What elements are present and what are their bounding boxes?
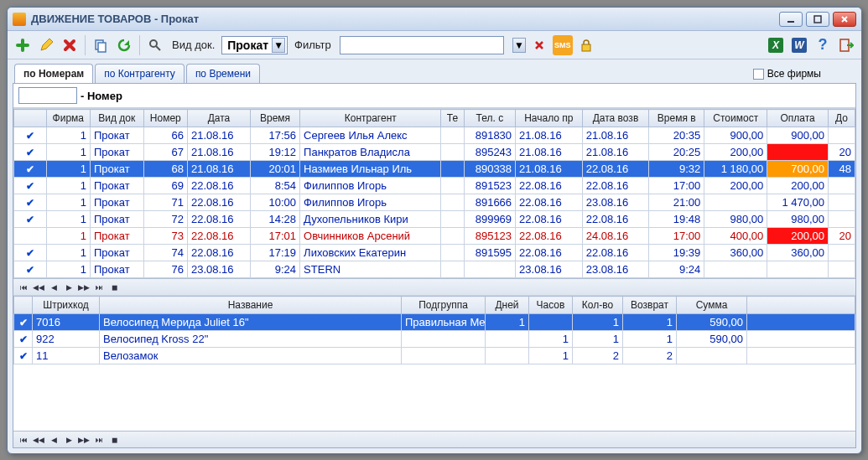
col2-days[interactable]: Дней [486,297,529,314]
col-te[interactable]: Те [441,110,464,127]
table-row[interactable]: ✔ 1Прокат68 21.08.1620:01Назмиев Ильнар … [14,161,855,178]
col-data[interactable]: Дата [187,110,250,127]
col2-c0[interactable] [14,297,33,314]
titlebar: ДВИЖЕНИЕ ТОВАРОВ - Прокат [8,8,861,31]
filter-input[interactable] [340,36,504,54]
tab-by-time[interactable]: по Времени [186,64,260,83]
col2-name[interactable]: Название [100,297,402,314]
excel-button[interactable]: X [766,35,786,55]
number-input[interactable] [18,87,77,104]
table-row[interactable]: ✔ 1Прокат71 22.08.1610:00Филиппов Игорь … [14,194,855,211]
col-opl[interactable]: Оплата [767,110,829,127]
main-grid[interactable]: ФирмаВид докНомерДатаВремяКонтрагентТеТе… [13,108,855,278]
col-firma[interactable]: Фирма [46,110,90,127]
col2-hours[interactable]: Часов [529,297,573,314]
col-kontr[interactable]: Контрагент [300,110,441,127]
search-button[interactable] [145,35,165,55]
lock-button[interactable] [576,35,596,55]
main-window: ДВИЖЕНИЕ ТОВАРОВ - Прокат Вид док. Прока… [7,7,862,454]
nav2-prev-page[interactable]: ◀◀ [32,434,45,446]
delete-button[interactable] [60,35,80,55]
svg-text:X: X [772,39,780,51]
svg-text:W: W [794,39,805,51]
help-button[interactable]: ? [813,35,833,55]
nav-stop[interactable]: ◼ [107,282,121,293]
doc-type-label: Вид док. [172,39,215,51]
nav2-next-page[interactable]: ▶▶ [77,434,91,446]
svg-rect-1 [814,16,821,23]
tab-by-numbers[interactable]: по Номерам [14,64,93,83]
tabs: по Номерам по Контрагенту по Времени Все… [8,59,861,83]
maximize-button[interactable] [806,12,829,27]
nav2-prev[interactable]: ◀ [47,434,60,446]
col2-ret[interactable]: Возврат [623,297,677,314]
all-firms-checkbox[interactable]: Все фирмы [753,68,821,80]
col-nach[interactable]: Начало пр [516,110,583,127]
table-row[interactable]: ✔ 1Прокат74 22.08.1617:19Лиховских Екате… [14,245,855,261]
col-vvozv[interactable]: Время в [649,110,704,127]
col-dol[interactable]: До [829,110,855,127]
col-c0[interactable] [14,110,47,127]
col2-sum[interactable]: Сумма [677,297,747,314]
nav2-last[interactable]: ⏭ [92,434,106,446]
edit-button[interactable] [36,35,56,55]
window-title: ДВИЖЕНИЕ ТОВАРОВ - Прокат [31,13,776,25]
svg-rect-5 [98,43,106,52]
nav2-next[interactable]: ▶ [62,434,75,446]
svg-line-7 [156,46,160,50]
col2-e[interactable] [747,297,855,314]
checkbox-icon [753,69,764,80]
clear-filter-button[interactable] [529,35,549,55]
nav-prev-page[interactable]: ◀◀ [32,282,45,293]
col2-qty[interactable]: Кол-во [573,297,623,314]
nav-first[interactable]: ⏮ [17,282,30,293]
nav-next[interactable]: ▶ [62,282,75,293]
detail-row[interactable]: ✔ 7016Велосипед Мерида Juliet 16"Правиль… [14,314,855,331]
word-button[interactable]: W [789,35,809,55]
number-label: - Номер [81,90,122,102]
col-tels[interactable]: Тел. с [464,110,515,127]
content-area: - Номер ФирмаВид докНомерДатаВремяКонтра… [13,83,856,448]
table-row[interactable]: ✔ 1Прокат76 23.08.169:24STERN 23.08.1623… [14,261,855,278]
nav2-first[interactable]: ⏮ [17,434,30,446]
copy-button[interactable] [91,35,111,55]
table-row[interactable]: 1Прокат73 22.08.1617:01Овчинников Арсени… [14,228,855,245]
col-vremya[interactable]: Время [250,110,299,127]
detail-row[interactable]: ✔ 922Велосипед Kross 22" 111590,00 [14,331,855,348]
nav2-stop[interactable]: ◼ [107,434,121,446]
svg-rect-8 [582,44,590,51]
doc-type-value: Прокат [227,39,268,52]
close-button[interactable] [833,12,856,27]
nav-last[interactable]: ⏭ [92,282,106,293]
filter-label: Фильтр [294,39,331,51]
col2-bar[interactable]: Штрихкод [33,297,100,314]
nav-prev[interactable]: ◀ [47,282,60,293]
detail-row[interactable]: ✔ 11Велозамок 122 [14,348,855,364]
app-icon [13,13,26,26]
col-nomer[interactable]: Номер [143,110,187,127]
table-row[interactable]: ✔ 1Прокат66 21.08.1617:56Сергеев Илья Ал… [14,127,855,144]
doc-type-combo[interactable]: Прокат ▼ [221,36,288,54]
nav-strip-2: ⏮ ◀◀ ◀ ▶ ▶▶ ⏭ ◼ [13,431,855,447]
exit-button[interactable] [836,35,856,55]
filter-dropdown-button[interactable]: ▼ [512,38,526,53]
col-dvozv[interactable]: Дата возв [582,110,649,127]
col-stoim[interactable]: Стоимост [704,110,767,127]
chevron-down-icon: ▼ [272,38,285,53]
table-row[interactable]: ✔ 1Прокат72 22.08.1614:28Духопельников К… [14,211,855,228]
svg-point-6 [150,40,157,47]
table-row[interactable]: ✔ 1Прокат67 21.08.1619:12Панкратов Влади… [14,144,855,161]
col-vdok[interactable]: Вид док [90,110,143,127]
table-row[interactable]: ✔ 1Прокат69 22.08.168:54Филиппов Игорь 8… [14,178,855,194]
col2-sub[interactable]: Подгруппа [402,297,486,314]
refresh-button[interactable] [114,35,134,55]
minimize-button[interactable] [779,12,803,27]
toolbar: Вид док. Прокат ▼ Фильтр ▼ SMS X W ? [8,31,861,59]
sms-button[interactable]: SMS [553,35,573,55]
add-button[interactable] [13,35,33,55]
nav-next-page[interactable]: ▶▶ [77,282,91,293]
detail-grid[interactable]: ШтрихкодНазваниеПодгруппаДнейЧасовКол-во… [13,295,855,431]
nav-strip-1: ⏮ ◀◀ ◀ ▶ ▶▶ ⏭ ◼ [13,278,855,295]
tab-by-contractor[interactable]: по Контрагенту [95,64,185,83]
